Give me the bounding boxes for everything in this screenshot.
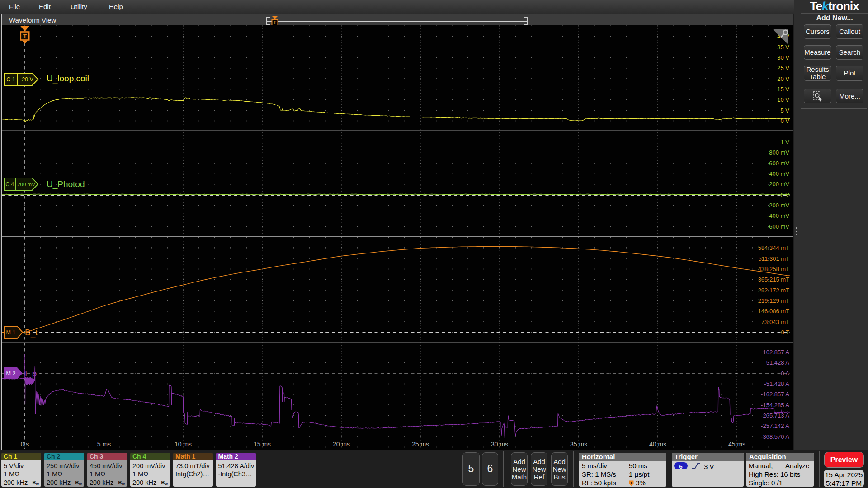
svg-text:10 ms: 10 ms [175, 441, 192, 448]
svg-text:-400 mV: -400 mV [767, 212, 789, 219]
svg-text:-200 mV: -200 mV [767, 202, 789, 209]
svg-text:200 mV: 200 mV [17, 182, 35, 187]
svg-text:20 V: 20 V [22, 76, 33, 83]
svg-text:C 1: C 1 [6, 76, 15, 83]
svg-text:0 s: 0 s [21, 441, 29, 448]
svg-text:-257.142 A: -257.142 A [761, 422, 789, 429]
svg-text:219.129 mT: 219.129 mT [758, 297, 789, 304]
svg-text:0 V: 0 V [780, 192, 789, 198]
svg-text:T: T [23, 33, 27, 40]
svg-text:200 mV: 200 mV [769, 181, 789, 188]
svg-text:10 V: 10 V [777, 96, 789, 103]
svg-text:365.215 mT: 365.215 mT [758, 276, 789, 283]
svg-text:20 ms: 20 ms [333, 441, 350, 448]
svg-text:30 ms: 30 ms [491, 441, 508, 448]
svg-text:20 V: 20 V [777, 75, 789, 82]
svg-text:T: T [630, 481, 632, 485]
svg-text:-205.713 A: -205.713 A [761, 412, 789, 419]
svg-text:51.428 A: 51.428 A [766, 359, 790, 366]
svg-text:U_Photod: U_Photod [47, 179, 85, 189]
svg-text:-308.570 A: -308.570 A [761, 433, 789, 440]
svg-text:40 ms: 40 ms [649, 441, 666, 448]
svg-text:30 V: 30 V [777, 54, 789, 61]
svg-text:0 A: 0 A [781, 370, 789, 377]
svg-text:35 ms: 35 ms [570, 441, 587, 448]
svg-text:25 V: 25 V [777, 65, 789, 71]
svg-text:102.857 A: 102.857 A [763, 349, 789, 356]
svg-text:M 2: M 2 [6, 371, 16, 377]
svg-text:45 ms: 45 ms [728, 441, 745, 448]
svg-text:-51.428 A: -51.428 A [764, 380, 789, 387]
svg-text:M 1: M 1 [6, 329, 16, 336]
svg-text:35 V: 35 V [777, 44, 789, 51]
svg-text:1 V: 1 V [780, 139, 789, 145]
svg-text:438.258 mT: 438.258 mT [758, 266, 789, 272]
svg-text:-154.285 A: -154.285 A [761, 402, 789, 408]
svg-text:C 4: C 4 [5, 181, 14, 188]
svg-text:600 mV: 600 mV [769, 160, 789, 167]
svg-text:5 V: 5 V [780, 107, 789, 114]
svg-text:-600 mV: -600 mV [767, 223, 789, 230]
svg-text:400 mV: 400 mV [769, 170, 789, 177]
svg-text:U_loop,coil: U_loop,coil [47, 74, 89, 84]
svg-text:511.301 mT: 511.301 mT [759, 255, 789, 262]
svg-text:584.344 mT: 584.344 mT [758, 244, 789, 251]
svg-text:292.172 mT: 292.172 mT [758, 287, 789, 294]
svg-text:800 mV: 800 mV [769, 149, 789, 156]
svg-text:0 T: 0 T [781, 329, 789, 336]
svg-text:T: T [274, 20, 277, 25]
svg-text:-102.857 A: -102.857 A [761, 391, 789, 398]
svg-text:146.086 mT: 146.086 mT [758, 308, 789, 314]
svg-text:73.043 mT: 73.043 mT [761, 319, 789, 325]
svg-text:15 V: 15 V [777, 86, 789, 93]
svg-text:15 ms: 15 ms [254, 441, 271, 448]
svg-text:5 ms: 5 ms [97, 441, 111, 448]
svg-text:25 ms: 25 ms [412, 441, 429, 448]
